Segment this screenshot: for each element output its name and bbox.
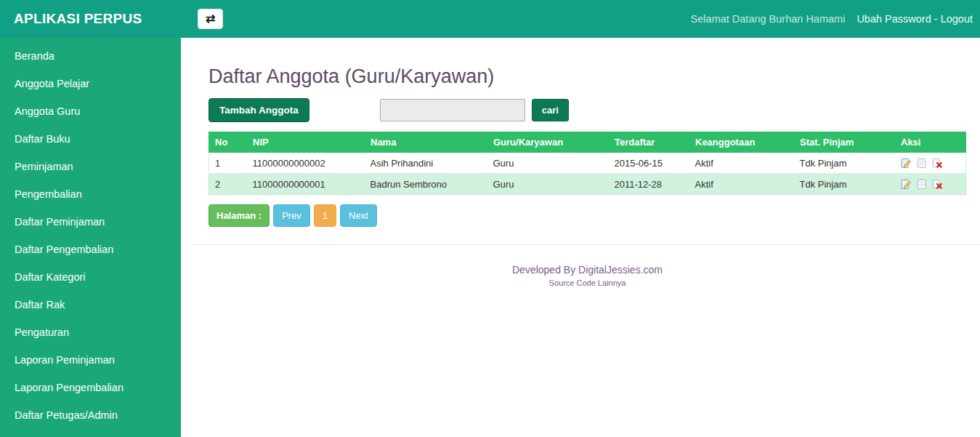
cell-keanggotaan: Aktif: [689, 174, 794, 195]
app-title: APLIKASI PERPUS: [0, 11, 181, 27]
account-links: Ubah Password - Logout: [857, 13, 973, 25]
link-separator: -: [931, 13, 941, 25]
cell-guru-karyawan: Guru: [487, 153, 609, 174]
sidebar-item-pengembalian[interactable]: Pengembalian: [0, 180, 181, 208]
column-header-aksi: Aksi: [895, 132, 966, 153]
search-input[interactable]: [380, 99, 525, 121]
cell-nama: Badrun Sembrono: [365, 174, 487, 195]
page-title: Daftar Anggota (Guru/Karyawan): [208, 65, 966, 88]
welcome-text: Selamat Datang Burhan Hamami: [691, 13, 846, 25]
page-footer: Developed By DigitalJessies.com Source C…: [208, 264, 966, 287]
detail-icon[interactable]: [916, 179, 927, 190]
pagination-label: Halaman :: [208, 204, 270, 227]
developed-by-text: Developed By: [512, 264, 578, 276]
pagination: Halaman : Prev 1 Next: [208, 204, 966, 227]
edit-icon[interactable]: [901, 158, 912, 169]
cell-nama: Asih Prihandini: [365, 153, 487, 174]
sidebar-nav: Beranda Anggota Pelajar Anggota Guru Daf…: [0, 38, 181, 437]
column-header-stat-pinjam: Stat. Pinjam: [794, 132, 895, 153]
table-row: 2 11000000000001 Badrun Sembrono Guru 20…: [209, 174, 966, 195]
cell-aksi: [895, 174, 966, 195]
column-header-keanggotaan: Keanggotaan: [689, 132, 794, 153]
column-header-guru-karyawan: Guru/Karyawan: [487, 132, 609, 153]
app-root: APLIKASI PERPUS ⇄ Selamat Datang Burhan …: [0, 0, 980, 437]
source-code-line: Source Code Lainnya: [208, 278, 966, 287]
table-header-row: No NIP Nama Guru/Karyawan Terdaftar Kean…: [209, 132, 966, 153]
cell-terdaftar: 2015-06-15: [609, 153, 689, 174]
sidebar-item-daftar-peminjaman[interactable]: Daftar Peminjaman: [0, 208, 181, 236]
toolbar: Tambah Anggota cari: [208, 98, 966, 122]
sidebar-item-daftar-petugas-admin[interactable]: Daftar Petugas/Admin: [0, 401, 181, 429]
sidebar-item-laporan-peminjaman[interactable]: Laporan Peminjaman: [0, 346, 181, 374]
tambah-anggota-button[interactable]: Tambah Anggota: [208, 98, 309, 122]
column-header-nip: NIP: [247, 132, 365, 153]
cari-button[interactable]: cari: [532, 99, 569, 121]
delete-icon[interactable]: [932, 158, 943, 169]
sidebar-item-daftar-kategori[interactable]: Daftar Kategori: [0, 263, 181, 291]
page-1-button[interactable]: 1: [314, 204, 336, 227]
top-header: APLIKASI PERPUS ⇄ Selamat Datang Burhan …: [0, 0, 980, 38]
cell-terdaftar: 2011-12-28: [609, 174, 689, 195]
cell-stat-pinjam: Tdk Pinjam: [794, 153, 895, 174]
sidebar-item-daftar-rak[interactable]: Daftar Rak: [0, 291, 181, 318]
detail-icon[interactable]: [916, 158, 927, 169]
sidebar-item-peminjaman[interactable]: Peminjaman: [0, 153, 181, 180]
cell-guru-karyawan: Guru: [487, 174, 609, 195]
sidebar-item-pengaturan[interactable]: Pengaturan: [0, 318, 181, 346]
next-page-button[interactable]: Next: [340, 204, 377, 227]
sidebar-item-laporan-pengembalian[interactable]: Laporan Pengembalian: [0, 374, 181, 401]
digitaljessies-link[interactable]: DigitalJessies.com: [578, 264, 663, 276]
column-header-no: No: [209, 132, 247, 153]
content-divider: [190, 244, 980, 245]
sidebar-item-daftar-pengembalian[interactable]: Daftar Pengembalian: [0, 236, 181, 263]
sidebar-item-daftar-buku[interactable]: Daftar Buku: [0, 125, 181, 153]
column-header-terdaftar: Terdaftar: [609, 132, 689, 153]
members-table: No NIP Nama Guru/Karyawan Terdaftar Kean…: [208, 132, 966, 195]
delete-icon[interactable]: [932, 179, 943, 190]
main-content: Daftar Anggota (Guru/Karyawan) Tambah An…: [181, 38, 980, 437]
cell-nip: 11000000000002: [247, 153, 365, 174]
body-row: Beranda Anggota Pelajar Anggota Guru Daf…: [0, 38, 980, 437]
cell-nip: 11000000000001: [247, 174, 365, 195]
edit-icon[interactable]: [901, 179, 912, 190]
sidebar-item-anggota-guru[interactable]: Anggota Guru: [0, 97, 181, 125]
sidebar-toggle-button[interactable]: ⇄: [198, 9, 223, 29]
ubah-password-link[interactable]: Ubah Password: [857, 13, 931, 25]
header-right: Selamat Datang Burhan Hamami Ubah Passwo…: [691, 13, 980, 25]
source-code-link[interactable]: Source Code Lainnya: [549, 278, 626, 287]
sidebar-item-beranda[interactable]: Beranda: [0, 42, 181, 70]
cell-keanggotaan: Aktif: [689, 153, 794, 174]
table-row: 1 11000000000002 Asih Prihandini Guru 20…: [209, 153, 966, 174]
logout-link[interactable]: Logout: [941, 13, 973, 25]
cell-no: 2: [209, 174, 247, 195]
cell-no: 1: [209, 153, 247, 174]
cell-aksi: [895, 153, 966, 174]
sidebar-item-anggota-pelajar[interactable]: Anggota Pelajar: [0, 70, 181, 97]
swap-arrows-icon: ⇄: [206, 12, 215, 25]
cell-stat-pinjam: Tdk Pinjam: [794, 174, 895, 195]
prev-page-button[interactable]: Prev: [273, 204, 310, 227]
developed-by-line: Developed By DigitalJessies.com: [208, 264, 966, 276]
column-header-nama: Nama: [365, 132, 487, 153]
